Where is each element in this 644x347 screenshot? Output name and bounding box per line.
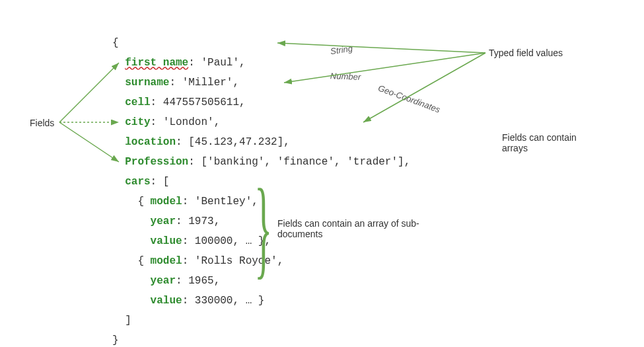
- val-city: 'London': [163, 116, 214, 128]
- key-car1-model: model: [151, 196, 182, 208]
- brace-icon: }: [254, 173, 272, 284]
- svg-line-0: [59, 63, 119, 122]
- label-typed-values: Typed field values: [489, 48, 563, 58]
- key-car2-model: model: [151, 255, 182, 267]
- key-car2-year: year: [151, 275, 176, 287]
- key-car1-value: value: [151, 235, 182, 247]
- label-subdocs: Fields can contain an array of sub-docum…: [277, 218, 449, 239]
- val-car1-year: 1973: [188, 215, 213, 227]
- key-car2-value: value: [151, 295, 182, 307]
- val-surname: 'Miller': [182, 77, 233, 89]
- label-arrays: Fields can contain arrays: [502, 132, 601, 153]
- svg-line-2: [59, 122, 119, 162]
- val-car1-model: 'Bentley': [195, 196, 252, 208]
- arrow-label-number: Number: [330, 71, 361, 82]
- val-first-name: 'Paul': [201, 57, 239, 69]
- val-cell: 447557505611: [163, 96, 239, 108]
- brace-open: {: [112, 37, 119, 49]
- key-city: city: [125, 116, 150, 128]
- key-profession: Profession: [125, 156, 188, 168]
- key-cell: cell: [125, 96, 150, 108]
- bracket-close: ]: [125, 315, 131, 327]
- key-surname: surname: [125, 77, 169, 89]
- key-car1-year: year: [151, 215, 176, 227]
- val-car2-year: 1965: [188, 275, 213, 287]
- key-location: location: [125, 136, 176, 148]
- brace-close: }: [112, 334, 119, 346]
- val-location: [45.123,47.232]: [188, 136, 283, 148]
- key-first-name: first name: [125, 57, 188, 69]
- val-profession: ['banking', 'finance', 'trader']: [201, 156, 404, 168]
- label-fields: Fields: [30, 118, 54, 128]
- key-cars: cars: [125, 176, 150, 188]
- val-car2-value: 330000, … }: [195, 295, 265, 307]
